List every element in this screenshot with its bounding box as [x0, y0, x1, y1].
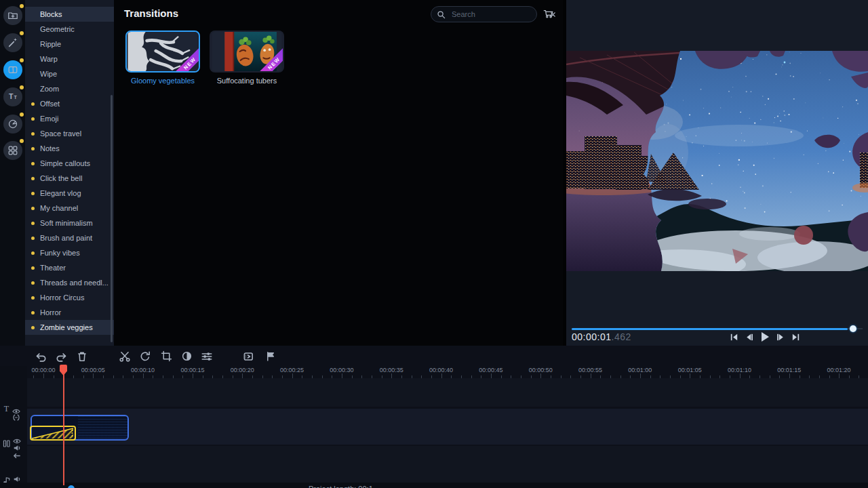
slideshow-icon[interactable] — [241, 350, 255, 364]
new-category-dot — [31, 162, 35, 165]
sliders-icon[interactable] — [200, 350, 214, 364]
category-item[interactable]: Space travel — [25, 126, 114, 141]
new-category-dot — [31, 311, 35, 314]
sidebar-tool-more-tools[interactable] — [3, 141, 22, 160]
category-item[interactable]: Blocks — [25, 7, 114, 22]
ruler-label: 00:01:10 — [728, 367, 751, 373]
new-category-dot — [31, 326, 35, 329]
category-item[interactable]: Zoom — [25, 81, 114, 96]
category-label: Zombie veggies — [40, 323, 93, 331]
category-item[interactable]: Emoji — [25, 111, 114, 126]
new-category-dot — [31, 117, 35, 121]
new-content-badge — [20, 113, 24, 117]
category-item[interactable]: Funky vibes — [25, 245, 114, 260]
category-label: Click the bell — [40, 174, 82, 182]
category-item[interactable]: My channel — [25, 201, 114, 216]
ruler-label: 00:00:30 — [330, 367, 353, 373]
category-item[interactable]: Zombie veggies — [25, 320, 114, 335]
store-cart-icon[interactable] — [541, 7, 556, 22]
redo-icon[interactable] — [54, 350, 68, 364]
playhead[interactable] — [60, 365, 67, 375]
panel-title: Transitions — [124, 7, 178, 19]
skip-start-icon[interactable] — [729, 332, 739, 342]
preview-video-frame[interactable] — [566, 51, 868, 271]
category-item[interactable]: Simple callouts — [25, 156, 114, 171]
category-label: Horror Circus — [40, 293, 84, 302]
magic-wand-icon — [7, 37, 18, 48]
seek-handle[interactable] — [850, 325, 856, 332]
transition-grid: NEWGloomy vegetables NEWSuffocating tube… — [124, 30, 285, 85]
category-item[interactable]: Horror — [25, 305, 114, 320]
category-scrollbar[interactable] — [111, 95, 113, 342]
ruler-label: 00:01:20 — [827, 367, 851, 373]
seek-bar[interactable] — [572, 326, 863, 331]
titles-track-icon[interactable]: T — [2, 404, 11, 413]
new-category-dot — [31, 192, 35, 195]
category-label: Soft minimalism — [40, 219, 93, 227]
frame-forward-icon[interactable] — [776, 332, 786, 342]
ruler-label: 00:00:55 — [578, 367, 602, 373]
category-label: Brush and paint — [40, 234, 92, 242]
frame-back-icon[interactable] — [744, 332, 754, 342]
category-item[interactable]: Notes — [25, 141, 114, 156]
trash-icon[interactable] — [75, 350, 89, 364]
search-box[interactable] — [431, 6, 537, 22]
category-item[interactable]: Horror Circus — [25, 290, 114, 305]
transition-icon — [7, 64, 18, 75]
category-item[interactable]: Click the bell — [25, 171, 114, 186]
flag-icon[interactable] — [263, 350, 277, 364]
sidebar-tool-titles[interactable]: TT — [3, 87, 22, 106]
category-item[interactable]: Threads and needl... — [25, 275, 114, 290]
skip-end-icon[interactable] — [791, 332, 801, 342]
transition-label: Gloomy vegetables — [124, 77, 201, 85]
sidebar-tool-transitions[interactable] — [3, 60, 22, 79]
category-item[interactable]: Geometric — [25, 22, 114, 37]
new-category-dot — [31, 132, 35, 136]
category-item[interactable]: Offset — [25, 96, 114, 111]
timeline-zoom-handle[interactable] — [68, 485, 75, 488]
play-icon[interactable] — [759, 331, 771, 343]
category-item[interactable]: Elegant vlog — [25, 186, 114, 201]
sidebar-tool-stickers[interactable] — [3, 115, 22, 134]
crop-icon[interactable] — [159, 350, 173, 364]
ruler-label: 00:00:45 — [479, 367, 502, 373]
split-icon[interactable] — [118, 350, 132, 364]
contrast-icon[interactable] — [180, 350, 193, 364]
category-item[interactable]: Soft minimalism — [25, 216, 114, 230]
category-label: Elegant vlog — [40, 189, 81, 197]
folder-plus-icon — [7, 10, 18, 21]
titles-track-link-icon[interactable] — [12, 413, 20, 422]
transition-clip[interactable] — [30, 426, 76, 441]
new-content-badge — [20, 4, 24, 8]
video-track-arrow-left-icon[interactable] — [12, 451, 21, 460]
sticker-icon — [7, 119, 18, 129]
undo-icon[interactable] — [34, 350, 47, 364]
category-item[interactable]: Warp — [25, 52, 114, 66]
search-input[interactable] — [450, 9, 549, 19]
ruler-label: 00:00:00 — [31, 367, 55, 373]
track-header-rail: T — [0, 366, 27, 483]
category-item[interactable]: Wipe — [25, 66, 114, 81]
transition-thumbnail[interactable]: NEW — [210, 30, 284, 73]
titles-track-lane[interactable] — [27, 378, 868, 407]
preview-pane: 00:00:01.462 — [566, 0, 868, 346]
transitions-panel: Transitions NEWGloomy vegetables NEWSuff… — [114, 0, 563, 346]
audio-track-lane[interactable] — [27, 446, 868, 483]
sidebar-tool-media[interactable] — [3, 6, 22, 25]
category-label: Horror — [40, 308, 61, 317]
storyboard-icon[interactable] — [2, 439, 11, 448]
video-track-lane[interactable] — [27, 409, 868, 445]
transition-label: Suffocating tubers — [208, 77, 285, 85]
category-item[interactable]: Ripple — [25, 37, 114, 52]
new-content-badge — [20, 58, 24, 62]
ruler-label: 00:00:20 — [231, 367, 254, 373]
transport-controls — [729, 331, 801, 343]
titles-icon: TT — [7, 92, 18, 102]
category-item[interactable]: Theater — [25, 260, 114, 275]
svg-text:T: T — [9, 92, 14, 100]
search-icon — [437, 10, 446, 19]
rotate-icon[interactable] — [138, 350, 152, 364]
category-item[interactable]: Brush and paint — [25, 230, 114, 245]
sidebar-tool-filters[interactable] — [3, 33, 22, 52]
transition-thumbnail[interactable]: NEW — [125, 30, 200, 73]
